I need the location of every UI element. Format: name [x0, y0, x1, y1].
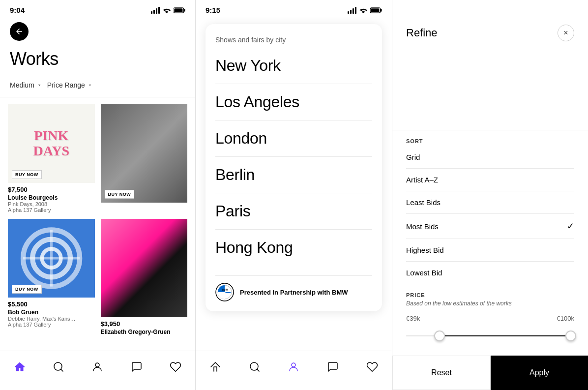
medium-filter[interactable]: Medium	[10, 79, 42, 91]
sort-grid[interactable]: Grid	[406, 146, 574, 169]
artwork-gallery-1: Alpha 137 Gallery	[8, 207, 95, 213]
nav-search-2[interactable]	[249, 361, 261, 373]
artwork-price-3: $5,500	[8, 300, 95, 308]
bmw-partnership-text: Presented in Partnership with BMW	[240, 289, 348, 296]
city-list: New York Los Angeles London Berlin Paris…	[215, 48, 372, 266]
artwork-title-3: Debbie Harry, Max's Kans…	[8, 316, 95, 322]
photo-artwork	[101, 104, 188, 203]
price-labels: €39k €100k	[406, 315, 574, 322]
page-title: Works	[0, 46, 195, 75]
range-track	[406, 335, 574, 336]
city-paris[interactable]: Paris	[215, 193, 372, 230]
sort-least-bids[interactable]: Least Bids	[406, 191, 574, 214]
sort-artist-az[interactable]: Artist A–Z	[406, 169, 574, 191]
refine-footer: Reset Apply	[392, 356, 588, 390]
back-header	[0, 17, 195, 46]
nav-home-2[interactable]	[209, 361, 221, 373]
price-section-label: PRICE	[406, 292, 574, 298]
price-range-filter[interactable]: Price Range	[47, 79, 93, 91]
city-los-angeles[interactable]: Los Angeles	[215, 84, 372, 120]
nav-profile-1[interactable]	[91, 361, 103, 373]
wifi-icon	[163, 7, 171, 13]
buy-now-badge-2: BUY NOW	[105, 190, 135, 199]
nav-search-1[interactable]	[53, 361, 64, 373]
city-new-york[interactable]: New York	[215, 48, 372, 84]
sort-list: Grid Artist A–Z Least Bids Most Bids ✓ H…	[406, 146, 574, 284]
svg-rect-12	[381, 9, 382, 11]
range-fill	[440, 335, 571, 336]
signal-icon	[151, 7, 160, 14]
nav-home-1[interactable]	[14, 361, 26, 373]
shows-card: Shows and fairs by city New York Los Ang…	[206, 24, 382, 311]
sort-lowest-bid[interactable]: Lowest Bid	[406, 262, 574, 284]
city-berlin[interactable]: Berlin	[215, 157, 372, 193]
time-display-2: 9:15	[206, 6, 220, 14]
battery-icon	[174, 7, 185, 13]
artwork-card-1[interactable]: PINKDAYS BUY NOW $7,500 Louise Bourgeois…	[8, 104, 95, 213]
range-thumb-left[interactable]	[434, 330, 445, 341]
shows-header: Shows and fairs by city	[215, 36, 372, 44]
group-photo-artwork	[101, 219, 188, 317]
panel-shows: 9:15 Shows and fairs by city New York Lo…	[196, 0, 392, 390]
bottom-nav-2	[196, 351, 392, 390]
svg-rect-2	[174, 8, 182, 12]
refine-header: Refine ×	[392, 0, 588, 51]
buy-now-badge-1: BUY NOW	[12, 170, 42, 179]
buy-now-badge-3: BUY NOW	[12, 285, 42, 294]
svg-point-19	[292, 363, 295, 367]
price-section: PRICE Based on the low estimates of the …	[392, 284, 588, 346]
pink-days-art: PINKDAYS	[33, 128, 69, 159]
close-button[interactable]: ×	[558, 25, 574, 41]
nav-messages-2[interactable]	[327, 361, 339, 373]
panel-refine: Refine × SORT Grid Artist A–Z Least Bids…	[392, 0, 588, 390]
nav-profile-2[interactable]	[288, 361, 299, 373]
sort-most-bids[interactable]: Most Bids ✓	[406, 214, 574, 239]
spiral-artwork	[17, 227, 86, 290]
city-hong-kong[interactable]: Hong Kong	[215, 230, 372, 266]
nav-messages-1[interactable]	[131, 361, 143, 373]
artwork-price-4: $3,950	[101, 320, 188, 328]
range-thumb-right[interactable]	[565, 330, 576, 341]
bottom-nav-1	[0, 351, 195, 390]
artwork-grid: PINKDAYS BUY NOW $7,500 Louise Bourgeois…	[0, 97, 195, 342]
svg-line-18	[257, 369, 259, 371]
svg-point-10	[95, 363, 99, 367]
nav-favorites-2[interactable]	[366, 361, 378, 373]
battery-icon-2	[370, 7, 382, 13]
wifi-icon-2	[359, 7, 367, 13]
bmw-footer: BMW Presented in Partnership with BMW	[215, 275, 372, 301]
reset-button[interactable]: Reset	[392, 356, 491, 390]
nav-favorites-1[interactable]	[170, 361, 181, 373]
svg-rect-13	[371, 8, 379, 12]
svg-rect-1	[184, 9, 185, 11]
status-bar-1: 9:04	[0, 0, 195, 17]
back-button[interactable]	[10, 22, 29, 41]
sort-section-label: SORT	[406, 138, 574, 144]
artwork-artist-1: Louise Bourgeois	[8, 194, 95, 201]
artwork-artist-3: Bob Gruen	[8, 309, 95, 316]
price-min-label: €39k	[406, 315, 420, 322]
status-icons-2	[348, 7, 382, 14]
artwork-card-4[interactable]: $3,950 Elizabeth Gregory-Gruen	[101, 219, 188, 335]
refine-title: Refine	[406, 27, 438, 39]
status-bar-2: 9:15	[196, 0, 392, 17]
apply-button[interactable]: Apply	[491, 356, 588, 390]
artwork-title-1: Pink Days, 2008	[8, 201, 95, 207]
artwork-gallery-3: Alpha 137 Gallery	[8, 322, 95, 328]
artwork-card-2[interactable]: BUY NOW	[101, 104, 188, 213]
time-display-1: 9:04	[10, 6, 25, 14]
filter-bar: Medium Price Range	[0, 75, 195, 97]
svg-line-9	[61, 369, 63, 371]
price-range-slider[interactable]	[406, 326, 574, 346]
artwork-card-3[interactable]: BUY NOW $5,500 Bob Gruen Debbie Harry, M…	[8, 219, 95, 335]
sort-highest-bid[interactable]: Highest Bid	[406, 239, 574, 262]
status-icons-1	[151, 7, 185, 14]
bmw-logo: BMW	[215, 283, 234, 301]
price-max-label: €100k	[557, 315, 574, 322]
signal-icon-2	[348, 7, 356, 14]
artwork-price-1: $7,500	[8, 186, 95, 193]
artwork-artist-4: Elizabeth Gregory-Gruen	[101, 329, 188, 335]
svg-text:BMW: BMW	[222, 288, 228, 291]
price-subtitle: Based on the low estimates of the works	[406, 300, 574, 307]
city-london[interactable]: London	[215, 120, 372, 157]
